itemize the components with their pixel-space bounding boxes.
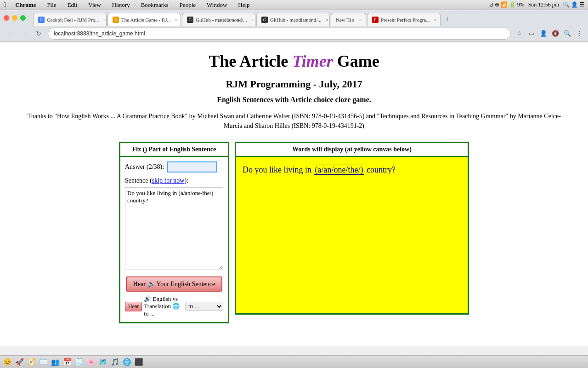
translation-language-select[interactable]: to ... to Spanish to French to German [185, 302, 223, 311]
clock: Sun 12:56 pm [528, 1, 559, 8]
tab-article-game[interactable]: A The Article Game - RJ... × [107, 13, 181, 26]
tab-label-github2: GitHub - mattdiamond/... [270, 17, 322, 23]
window-close-button[interactable] [4, 15, 9, 21]
title-timer: Timer [292, 52, 333, 70]
tab-label-newtab: New Tab [336, 17, 354, 23]
answer-label: Answer (2/38): [125, 163, 164, 171]
tab-label-cockpit: Cockpit Feel - RJM Pro... [47, 17, 99, 23]
apple-menu[interactable]:  [4, 1, 6, 9]
tab-label-article: The Article Game - RJ... [121, 17, 171, 23]
menu-people[interactable]: People [178, 1, 198, 9]
canvas-word-country: country? [367, 165, 396, 174]
new-tab-button[interactable]: + [441, 13, 454, 26]
tab-favicon-present: P [372, 17, 379, 23]
tab-github2[interactable]: G GitHub - mattdiamond/... × [256, 13, 330, 26]
notification-icon: 🔍 👤 ☰ [563, 1, 584, 8]
window-maximize-button[interactable] [20, 15, 26, 21]
hear-english-button[interactable]: Hear 🔊 Your English Sentence [126, 276, 222, 292]
menu-view[interactable]: View [86, 1, 102, 9]
taskbar-terminal[interactable]: ⬛ [133, 356, 144, 368]
menu-window[interactable]: Window [205, 1, 229, 9]
canvas-word-article: (a/an/one/the/) [314, 165, 365, 175]
canvas-word-do: Do [243, 165, 253, 174]
profile-icon[interactable]: 👤 [538, 29, 548, 39]
taskbar-contacts[interactable]: 👥 [50, 356, 61, 368]
tab-close-newtab[interactable]: × [358, 17, 361, 23]
page-title: The Article Timer Game [18, 52, 570, 71]
taskbar-launchpad[interactable]: 🚀 [14, 356, 25, 368]
refresh-button[interactable]: ↻ [33, 28, 44, 39]
menu-chrome[interactable]: Chrome [13, 1, 38, 9]
window-minimize-button[interactable] [12, 15, 17, 21]
sentence-label-row: Sentence (skip for now): [125, 177, 223, 184]
title-part2: Game [333, 52, 379, 70]
tab-favicon-github2: G [261, 17, 268, 23]
taskbar-finder[interactable]: 😊 [2, 356, 13, 368]
tab-close-article[interactable]: × [175, 17, 178, 23]
chrome-top-row: C Cockpit Feel - RJM Pro... × A The Arti… [0, 10, 588, 26]
menu-history[interactable]: History [110, 1, 132, 9]
forward-button[interactable]: → [18, 28, 29, 39]
translation-row: Hear 🔊 English vs Translation 🌐 to ... t… [125, 295, 223, 317]
menu-dots-icon[interactable]: ⋮ [574, 29, 584, 39]
tab-favicon-github1: G [187, 17, 193, 23]
page-acknowledgement: Thanks to "How English Works ... A Gramm… [18, 111, 570, 131]
game-area: Fix () Part of English Sentence Answer (… [18, 142, 570, 323]
taskbar-maps[interactable]: 🗺️ [97, 356, 108, 368]
taskbar: 😊 🚀 🧭 ✉️ 👥 📅 🗒️ 🌸 🗺️ 🎵 🌐 ⬛ [0, 355, 588, 368]
page-content: The Article Timer Game RJM Programming -… [0, 42, 588, 346]
browser-frame: C Cockpit Feel - RJM Pro... × A The Arti… [0, 10, 588, 42]
sentence-textarea[interactable]: Do you like living in (a/an/one/the/) co… [125, 187, 223, 270]
taskbar-safari[interactable]: 🧭 [26, 356, 37, 368]
tab-github1[interactable]: G GitHub - mattdiamond/... × [182, 13, 255, 26]
tab-favicon-cockpit: C [38, 17, 45, 23]
tab-label-github1: GitHub - mattdiamond/... [196, 17, 247, 23]
translation-text: 🔊 English vs Translation 🌐 to ... [144, 295, 183, 317]
mute-icon[interactable]: 🔇 [550, 29, 560, 39]
canvas-word-living: living [284, 165, 303, 174]
menu-bookmarks[interactable]: Bookmarks [139, 1, 170, 9]
taskbar-calendar[interactable]: 📅 [62, 356, 73, 368]
right-panel: Words will display (at yellow canvas bel… [235, 142, 469, 315]
taskbar-photos[interactable]: 🌸 [85, 356, 96, 368]
taskbar-mail[interactable]: ✉️ [38, 356, 49, 368]
left-panel: Fix () Part of English Sentence Answer (… [119, 142, 229, 323]
back-button[interactable]: ← [4, 28, 15, 39]
bookmark-icon[interactable]: ☆ [514, 29, 525, 39]
menu-help[interactable]: Help [236, 1, 251, 9]
address-bar: ← → ↻ ☆ ▭ 👤 🔇 🔍 ⋮ [0, 26, 588, 42]
sentence-label-post: ): [184, 177, 188, 184]
address-input[interactable] [48, 28, 511, 40]
sentence-label-pre: Sentence ( [125, 177, 152, 184]
search-icon[interactable]: 🔍 [562, 29, 572, 39]
tab-close-cockpit[interactable]: × [103, 17, 106, 23]
tab-cockpit[interactable]: C Cockpit Feel - RJM Pro... × [33, 13, 107, 26]
menubar-right: ⊿ ⊛ 📶 🔋 9% Sun 12:56 pm 🔍 👤 ☰ [489, 1, 584, 8]
tab-close-github1[interactable]: × [251, 17, 254, 23]
hear-translation-button[interactable]: Hear [125, 302, 142, 311]
left-panel-header: Fix () Part of English Sentence [120, 143, 228, 157]
taskbar-music[interactable]: 🎵 [109, 356, 120, 368]
cast-icon[interactable]: ▭ [526, 29, 537, 39]
menu-edit[interactable]: Edit [66, 1, 79, 9]
answer-row: Answer (2/38): [125, 161, 223, 172]
yellow-canvas: Do you like living in (a/an/one/the/) co… [236, 157, 468, 313]
tab-close-present[interactable]: × [434, 17, 436, 23]
system-icons: ⊿ ⊛ 📶 🔋 9% [489, 1, 525, 8]
tab-present[interactable]: P Present Perfect Progre... × [367, 13, 441, 26]
canvas-word-you: you [255, 165, 267, 174]
menubar-left:  Chrome File Edit View History Bookmark… [4, 1, 252, 9]
taskbar-chrome[interactable]: 🌐 [121, 356, 132, 368]
address-icons: ☆ ▭ 👤 🔇 🔍 ⋮ [514, 29, 584, 39]
tab-close-github2[interactable]: × [326, 17, 328, 23]
tab-newtab[interactable]: New Tab × [331, 13, 366, 26]
left-panel-body: Answer (2/38): Sentence (skip for now): … [120, 157, 228, 322]
taskbar-reminders[interactable]: 🗒️ [74, 356, 85, 368]
menu-file[interactable]: File [45, 1, 58, 9]
answer-input[interactable] [167, 161, 217, 172]
page-description: English Sentences with Article choice cl… [18, 96, 570, 104]
right-panel-header: Words will display (at yellow canvas bel… [236, 143, 468, 157]
page-subtitle: RJM Programming - July, 2017 [18, 78, 570, 90]
skip-for-now-link[interactable]: skip for now [152, 177, 185, 184]
menubar:  Chrome File Edit View History Bookmark… [0, 0, 588, 10]
